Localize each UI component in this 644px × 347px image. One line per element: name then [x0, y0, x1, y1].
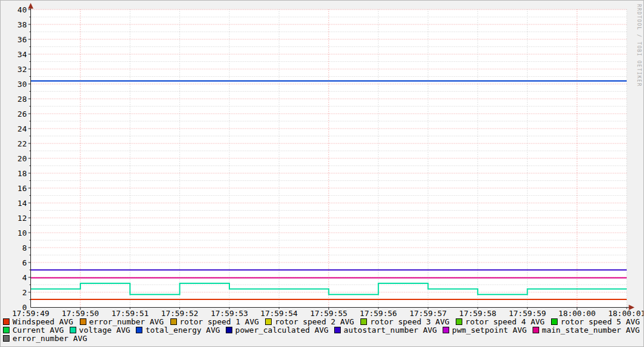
x-tick-label: 17:59:51 — [111, 309, 149, 318]
legend-swatch-icon — [3, 318, 10, 325]
x-tick-label: 17:59:57 — [409, 309, 447, 318]
y-tick-label: 6 — [22, 258, 27, 267]
legend-item: pwm_setpoint AVG — [443, 326, 527, 335]
legend-label: rotor speed 3 AVG — [370, 317, 449, 326]
y-axis-arrow-icon — [28, 3, 33, 9]
x-tick-label: 17:59:55 — [310, 309, 347, 318]
y-tick-label: 24 — [17, 124, 27, 133]
legend-swatch-icon — [170, 318, 177, 325]
x-tick-label: 17:59:52 — [161, 309, 198, 318]
y-tick-label: 40 — [17, 5, 27, 14]
y-tick-label: 12 — [17, 214, 27, 223]
legend-item: power_calculated AVG — [226, 326, 329, 335]
x-tick-label: 17:59:56 — [360, 309, 397, 318]
y-axis-labels: 0246810121416182022242628303234363840 — [17, 5, 27, 312]
legend-label: autostart_number AVG — [344, 326, 437, 335]
legend-row: Current AVGvoltage AVGtotal_energy AVGpo… — [3, 326, 640, 334]
y-tick-label: 36 — [17, 35, 27, 44]
legend-swatch-icon — [533, 327, 539, 333]
legend-swatch-icon — [80, 318, 86, 325]
x-tick-label: 17:59:59 — [509, 309, 546, 318]
y-tick-label: 10 — [17, 229, 27, 237]
x-tick-label: 17:59:49 — [12, 309, 49, 318]
legend-swatch-icon — [226, 327, 232, 333]
legend-item: rotor speed 4 AVG — [456, 317, 545, 326]
legend-label: rotor speed 5 AVG — [561, 317, 640, 326]
legend-label: rotor speed 2 AVG — [275, 317, 354, 326]
legend-item: rotor speed 2 AVG — [265, 317, 354, 326]
legend-label: total_energy AVG — [145, 326, 220, 335]
legend-item: voltage AVG — [70, 326, 130, 335]
legend-item: rotor speed 1 AVG — [170, 317, 259, 326]
y-tick-label: 14 — [17, 199, 27, 208]
x-tick-label: 17:59:54 — [260, 309, 298, 318]
x-tick-label: 17:59:58 — [459, 309, 497, 318]
x-tick-label: 18:00:01 — [608, 309, 644, 318]
legend-item: total_energy AVG — [136, 326, 220, 335]
legend: Windspeed AVGerror_number AVGrotor speed… — [3, 317, 640, 342]
legend-label: pwm_setpoint AVG — [452, 326, 527, 335]
legend-item: Current AVG — [3, 326, 64, 335]
y-tick-label: 30 — [17, 80, 27, 89]
y-tick-label: 20 — [17, 154, 27, 163]
legend-row: Windspeed AVGerror_number AVGrotor speed… — [3, 317, 640, 326]
rrdtool-graph-window: 024681012141618202224262830323436384017:… — [0, 0, 644, 347]
y-tick-label: 26 — [17, 110, 27, 118]
legend-label: Current AVG — [13, 326, 64, 335]
legend-swatch-icon — [443, 327, 449, 333]
legend-swatch-icon — [70, 327, 76, 333]
legend-item: rotor speed 3 AVG — [360, 317, 449, 326]
legend-item: error_number AVG — [80, 317, 164, 326]
y-tick-label: 28 — [17, 95, 27, 104]
legend-row: error_number AVG — [3, 334, 640, 342]
legend-swatch-icon — [360, 318, 367, 325]
legend-item: rotor speed 5 AVG — [551, 317, 640, 326]
legend-swatch-icon — [456, 318, 462, 325]
legend-swatch-icon — [334, 327, 341, 333]
legend-label: error_number AVG — [89, 317, 164, 326]
legend-swatch-icon — [265, 318, 272, 325]
legend-item: autostart_number AVG — [334, 326, 437, 335]
x-tick-label: 17:59:50 — [62, 309, 99, 318]
legend-label: power_calculated AVG — [235, 326, 329, 335]
y-tick-label: 22 — [17, 139, 27, 148]
legend-label: Windspeed AVG — [13, 317, 73, 326]
legend-label: rotor speed 1 AVG — [180, 317, 259, 326]
y-tick-label: 32 — [17, 65, 27, 74]
legend-item: Windspeed AVG — [3, 317, 73, 326]
legend-label: error_number AVG — [13, 334, 87, 343]
y-tick-label: 8 — [22, 243, 27, 252]
x-tick-label: 18:00:00 — [558, 309, 596, 318]
legend-swatch-icon — [136, 327, 142, 333]
x-axis-labels: 17:59:4917:59:5017:59:5117:59:5217:59:53… — [12, 309, 644, 318]
y-tick-label: 16 — [17, 184, 27, 193]
y-tick-label: 18 — [17, 169, 27, 178]
legend-swatch-icon — [3, 327, 10, 333]
legend-label: voltage AVG — [79, 326, 130, 335]
legend-label: main_state_number AVG — [542, 326, 640, 335]
y-tick-label: 2 — [22, 288, 27, 297]
legend-swatch-icon — [551, 318, 558, 325]
rrdtool-watermark: RRDTOOL / TOBI OETIKER — [636, 4, 642, 87]
legend-item: error_number AVG — [3, 334, 87, 343]
y-tick-label: 4 — [22, 273, 27, 282]
rrd-graph: 024681012141618202224262830323436384017:… — [1, 1, 644, 317]
x-tick-label: 17:59:53 — [211, 309, 248, 318]
legend-label: rotor speed 4 AVG — [465, 317, 545, 326]
legend-item: main_state_number AVG — [533, 326, 640, 335]
y-tick-label: 34 — [17, 50, 27, 59]
y-tick-label: 38 — [17, 20, 27, 29]
legend-swatch-icon — [3, 335, 10, 342]
